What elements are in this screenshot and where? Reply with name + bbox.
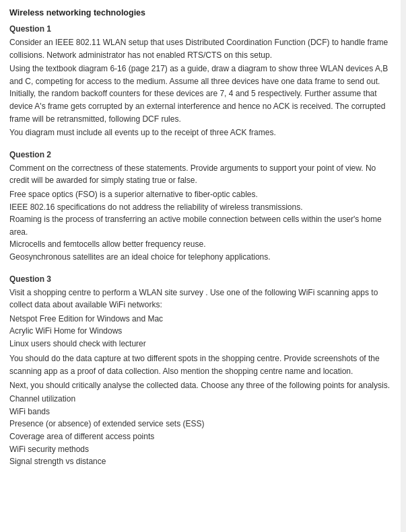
question-2-list-item-3: Roaming is the process of transferring a… [9, 213, 397, 238]
question-1-para-2: Using the textbook diagram 6-16 (page 21… [9, 63, 397, 125]
question-1-block: Question 1 Consider an IEEE 802.11 WLAN … [9, 24, 397, 139]
question-2-label: Question 2 [9, 150, 397, 159]
question-2-list-item-1: Free space optics (FSO) is a superior al… [9, 188, 397, 201]
page-container: Wireless networking technologies Questio… [9, 8, 397, 468]
question-3-para-1: Visit a shopping centre to perform a WLA… [9, 287, 397, 311]
question-2-list-item-4: Microcells and femtocells allow better f… [9, 238, 397, 251]
question-2-block: Question 2 Comment on the correctness of… [9, 150, 397, 264]
question-1-label: Question 1 [9, 24, 397, 34]
question-3-analysis-2: WiFi bands [9, 406, 397, 418]
question-3-app-2: Acrylic WiFi Home for Windows [9, 325, 397, 338]
question-1-para-3: You diagram must include all events up t… [9, 126, 397, 139]
question-3-analysis-4: Coverage area of different access points [9, 430, 397, 443]
question-3-analysis-6: Signal strength vs distance [9, 455, 397, 468]
question-3-analysis-1: Channel utilization [9, 393, 397, 406]
question-1-para-1: Consider an IEEE 802.11 WLAN setup that … [9, 36, 397, 61]
question-3-analysis-3: Presence (or absence) of extended servic… [9, 418, 397, 430]
question-3-app-1: Netspot Free Edition for Windows and Mac [9, 313, 397, 326]
question-2-list-item-5: Geosynchronous satellites are an ideal c… [9, 251, 397, 264]
question-3-app-3: Linux users should check with lecturer [9, 338, 397, 350]
question-3-block: Question 3 Visit a shopping centre to pe… [9, 274, 397, 468]
question-2-list-item-2: IEEE 802.16 specifications do not addres… [9, 201, 397, 214]
question-3-label: Question 3 [9, 274, 397, 284]
page-title: Wireless networking technologies [9, 8, 397, 17]
question-3-analysis-5: WiFi security methods [9, 443, 397, 456]
question-2-para-1: Comment on the correctness of these stat… [9, 162, 397, 187]
question-3-para-2: You should do the data capture at two di… [9, 352, 397, 377]
question-3-para-3: Next, you should critically analyse the … [9, 379, 397, 392]
